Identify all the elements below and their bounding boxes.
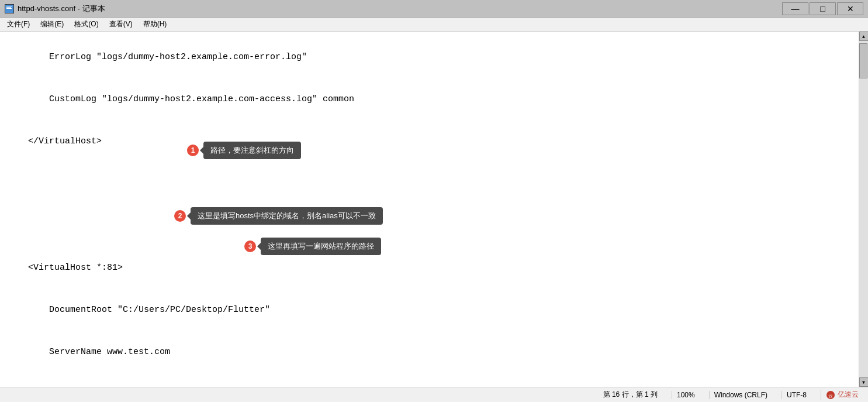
editor-line-8: DocumentRoot "C:/Users/PC/Desktop/Flutte… <box>28 305 270 315</box>
editor-line-7: <VirtualHost *:81> <box>28 263 123 273</box>
menu-file[interactable]: 文件(F) <box>2 18 34 30</box>
editor-line-9: ServerName www.test.com <box>28 347 170 357</box>
menu-help[interactable]: 帮助(H) <box>139 18 172 30</box>
editor-container: ErrorLog "logs/dummy-host2.example.com-e… <box>0 32 868 387</box>
app-icon <box>5 4 14 13</box>
annotation-tooltip-3: 这里再填写一遍网站程序的路径 <box>261 238 381 255</box>
status-zoom: 100% <box>672 391 700 399</box>
svg-text:云: 云 <box>828 393 833 398</box>
menu-bar: 文件(F) 编辑(E) 格式(O) 查看(V) 帮助(H) <box>0 18 868 32</box>
editor-line-3: </VirtualHost> <box>28 136 102 146</box>
annotation-3-group: 3 这里再填写一遍网站程序的路径 <box>244 238 381 255</box>
scrollbar-down-button[interactable]: ▼ <box>859 377 869 387</box>
brand-icon: 云 <box>826 390 835 400</box>
status-line-ending: Windows (CRLF) <box>709 391 772 399</box>
annotation-1-group: 1 路径，要注意斜杠的方向 <box>187 142 301 159</box>
editor-line-2: CustomLog "logs/dummy-host2.example.com-… <box>28 94 354 104</box>
annotation-tooltip-2: 这里是填写hosts中绑定的域名，别名alias可以不一致 <box>191 207 383 225</box>
annotation-badge-3: 3 <box>244 240 256 252</box>
minimize-button[interactable]: — <box>782 2 808 15</box>
scrollbar-up-button[interactable]: ▲ <box>859 32 869 41</box>
maximize-button[interactable]: □ <box>810 2 836 15</box>
editor-line-1: ErrorLog "logs/dummy-host2.example.com-e… <box>28 52 307 62</box>
scrollbar-track[interactable] <box>859 41 868 377</box>
annotation-badge-1: 1 <box>187 145 199 156</box>
svg-rect-3 <box>6 8 12 9</box>
title-bar: httpd-vhosts.conf - 记事本 — □ ✕ <box>0 0 868 18</box>
status-encoding: UTF-8 <box>781 391 811 399</box>
window-controls[interactable]: — □ ✕ <box>782 2 863 15</box>
editor-content[interactable]: ErrorLog "logs/dummy-host2.example.com-e… <box>0 32 859 387</box>
title-bar-left: httpd-vhosts.conf - 记事本 <box>5 4 105 14</box>
svg-rect-1 <box>6 6 12 6</box>
annotation-badge-2: 2 <box>174 210 186 222</box>
close-button[interactable]: ✕ <box>837 2 863 15</box>
window-title: httpd-vhosts.conf - 记事本 <box>18 4 105 14</box>
svg-rect-2 <box>6 7 11 8</box>
menu-view[interactable]: 查看(V) <box>105 18 137 30</box>
annotation-2-group: 2 这里是填写hosts中绑定的域名，别名alias可以不一致 <box>174 207 383 225</box>
scrollbar[interactable]: ▲ ▼ <box>859 32 868 387</box>
status-brand: 云 亿速云 <box>821 390 863 400</box>
menu-format[interactable]: 格式(O) <box>70 18 103 30</box>
status-bar: 第 16 行，第 1 列 100% Windows (CRLF) UTF-8 云… <box>0 387 868 402</box>
status-position: 第 16 行，第 1 列 <box>599 390 662 400</box>
menu-edit[interactable]: 编辑(E) <box>36 18 68 30</box>
annotation-tooltip-1: 路径，要注意斜杠的方向 <box>203 142 301 159</box>
scrollbar-thumb[interactable] <box>859 43 867 78</box>
